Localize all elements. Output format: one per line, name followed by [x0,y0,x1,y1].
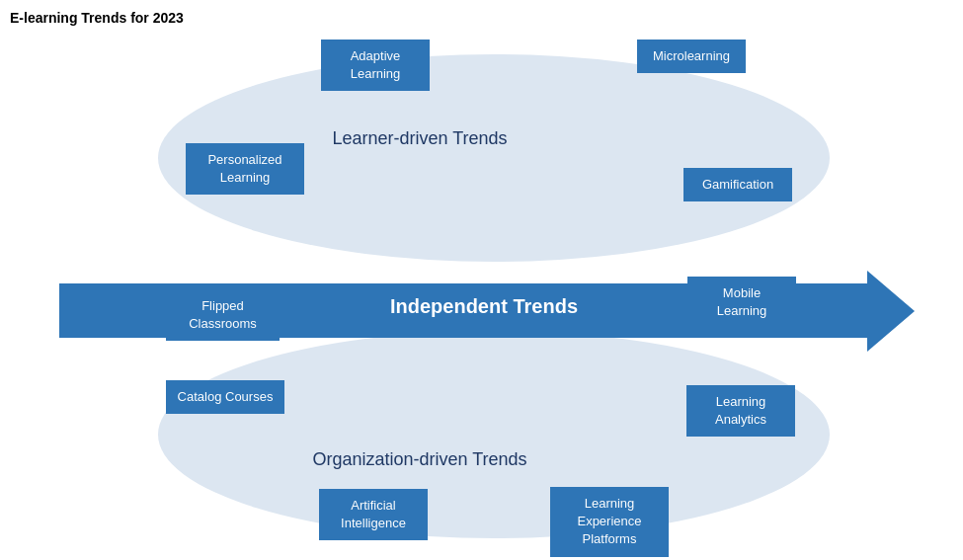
artificial-intelligence-card: Artificial Intelligence [319,489,428,540]
microlearning-card: Microlearning [637,40,746,73]
independent-trends-label: Independent Trends [296,295,672,318]
lxp-card: Learning Experience Platforms [550,487,669,557]
diagram: Learner-driven Trends Organization-drive… [59,25,928,548]
adaptive-learning-card: Adaptive Learning [321,40,430,91]
flipped-classrooms-card: Flipped Classrooms [166,289,280,341]
catalog-courses-card: Catalog Courses [166,380,284,414]
learner-driven-label: Learner-driven Trends [296,128,543,149]
mobile-learning-card: Mobile Learning [687,277,796,328]
learning-analytics-card: Learning Analytics [686,385,795,437]
personalized-learning-card: Personalized Learning [186,143,304,195]
page-title: E-learning Trends for 2023 [10,10,184,26]
arrow-head [867,271,915,352]
gamification-card: Gamification [683,168,792,201]
organization-driven-label: Organization-driven Trends [277,449,563,470]
